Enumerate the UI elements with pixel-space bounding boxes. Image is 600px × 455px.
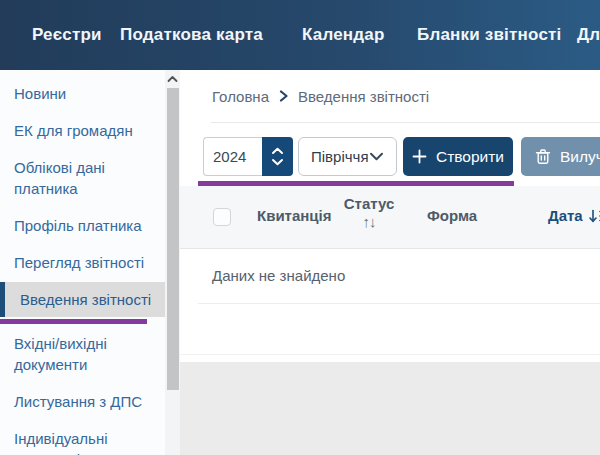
chevron-down-icon (369, 152, 384, 161)
period-select-value: Півріччя (311, 148, 369, 165)
sidebar: Новини ЕК для громадян Облікові дані пла… (0, 70, 165, 455)
empty-state-message: Даних не знайдено (212, 267, 345, 284)
sidebar-item-correspondence[interactable]: Листування з ДПС (0, 384, 165, 419)
sort-toggle-icon[interactable]: ↑↓ (363, 213, 376, 230)
nav-item-report-forms[interactable]: Бланки звітності (417, 25, 562, 45)
sidebar-item-enter-reports[interactable]: Введення звітності (0, 282, 165, 317)
year-stepper[interactable] (262, 137, 293, 176)
trash-icon (535, 148, 551, 165)
column-form[interactable]: Форма (427, 207, 477, 224)
scroll-up-icon[interactable] (166, 72, 179, 86)
create-button-label: Створити (436, 148, 504, 166)
sidebar-item-view-reports[interactable]: Перегляд звітності (0, 245, 165, 280)
sidebar-item-payer-profile[interactable]: Профіль платника (0, 208, 165, 243)
delete-button-label: Вилучити (560, 148, 600, 166)
sidebar-scrollbar[interactable] (165, 70, 180, 455)
sidebar-item-ek-citizens[interactable]: ЕК для громадян (0, 113, 165, 148)
nav-item-tax-map[interactable]: Податкова карта (120, 25, 263, 45)
column-status[interactable]: Статус ↑↓ (339, 195, 399, 230)
chevron-down-icon[interactable] (271, 158, 284, 166)
delete-button[interactable]: Вилучити (521, 137, 600, 176)
period-select[interactable]: Півріччя (298, 137, 397, 176)
main-content: Головна Введення звітності Півріччя (180, 70, 600, 455)
chevron-right-icon (278, 90, 289, 102)
sidebar-item-in-out-docs[interactable]: Вхідні/вихідні документи (0, 326, 165, 382)
sidebar-item-news[interactable]: Новини (0, 76, 165, 111)
year-input[interactable] (203, 137, 262, 176)
column-status-label: Статус (344, 195, 395, 212)
breadcrumb: Головна Введення звітності (212, 86, 429, 106)
scrollbar-thumb[interactable] (167, 88, 179, 390)
plus-icon (412, 149, 427, 164)
create-button[interactable]: Створити (403, 137, 513, 176)
column-receipt[interactable]: Квитанція (257, 207, 332, 224)
nav-item-truncated[interactable]: Дл (577, 25, 600, 45)
app-window: Реєстри Податкова карта Календар Бланки … (0, 0, 600, 455)
breadcrumb-current: Введення звітності (298, 88, 429, 105)
nav-item-registries[interactable]: Реєстри (32, 25, 102, 45)
column-date-label: Дата (548, 207, 583, 224)
header-divider (180, 248, 600, 249)
nav-item-calendar[interactable]: Календар (302, 25, 385, 45)
chevron-up-icon[interactable] (271, 147, 284, 155)
card-bottom-divider (180, 354, 600, 355)
top-nav: Реєстри Податкова карта Календар Бланки … (0, 0, 600, 70)
column-date[interactable]: Дата (548, 207, 600, 224)
sort-descending-icon[interactable] (589, 208, 600, 224)
row-divider (198, 303, 600, 304)
sidebar-item-account-data[interactable]: Облікові дані платника (0, 150, 165, 206)
sidebar-item-individual-tax[interactable]: Індивідуальні податкові (0, 421, 165, 455)
year-control (203, 137, 293, 176)
select-all-checkbox[interactable] (213, 208, 231, 226)
sidebar-menu: Новини ЕК для громадян Облікові дані пла… (0, 70, 165, 455)
page-background (180, 362, 600, 455)
active-item-underline (0, 319, 147, 324)
breadcrumb-divider (211, 122, 600, 123)
table-header: Квитанція Статус ↑↓ Форма Дата (180, 186, 600, 248)
breadcrumb-home[interactable]: Головна (212, 88, 269, 105)
